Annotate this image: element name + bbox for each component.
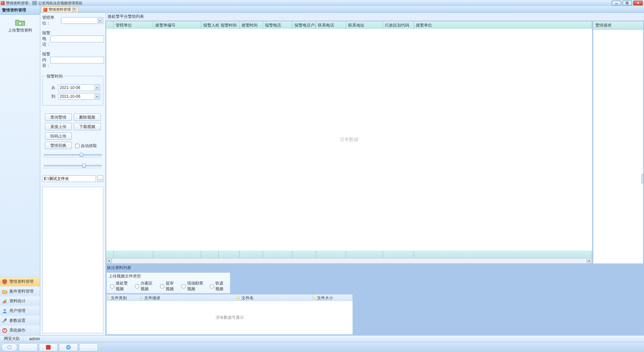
nav-label: 参数设置: [9, 318, 25, 323]
radio-interrogation[interactable]: 提审视频: [160, 280, 177, 292]
query-alert-button[interactable]: 查询警情: [45, 114, 72, 121]
tab-close-button[interactable]: ✕: [72, 8, 76, 12]
unit-combo[interactable]: ▾: [61, 17, 103, 24]
alarm-content-input[interactable]: [50, 57, 104, 63]
alert-desc-panel: 警情描述: [593, 21, 643, 264]
alarm-phone-input[interactable]: [50, 36, 104, 42]
svg-rect-8: [5, 299, 6, 303]
close-button[interactable]: [633, 1, 643, 5]
col-region-code[interactable]: 行政区划代码: [383, 21, 414, 29]
chevron-down-icon: ▾: [98, 18, 102, 23]
alert-grid: 管辖单位 接警单编号 报警人姓名 报警时间 接警时间 报警电话 报警电话户主 联…: [106, 21, 592, 264]
preview-box: [42, 187, 103, 333]
switch-alert-button[interactable]: 警情切换: [45, 142, 72, 149]
fcol-desc[interactable]: 文件描述: [140, 295, 237, 301]
download-video-button[interactable]: 下载视频: [74, 123, 101, 130]
nav-item-alert-data[interactable]: 警情资料管理: [0, 277, 40, 287]
wrench-icon: [2, 318, 7, 323]
scroll-right-icon[interactable]: ▸: [587, 259, 592, 263]
slider-1[interactable]: [44, 153, 102, 159]
nav-item-case-data[interactable]: 案件资料管理: [0, 287, 40, 296]
title-left: 警情资料管理: [6, 1, 28, 6]
nav-item-statistics[interactable]: 资料统计: [0, 296, 40, 306]
window-titlebar: 警情资料管理 - 公安局执法音视频管理系统: [0, 0, 644, 6]
search-form-panel: 管辖单位： ▾ 报警电话： 报警内容： 报警时间 从 2021-10-06▾: [40, 13, 106, 335]
auto-capture-checkbox[interactable]: [75, 144, 79, 148]
tab-alert-data[interactable]: 警情资料管理 ✕: [41, 6, 78, 12]
nav-label: 系统操作: [9, 327, 25, 333]
status-bar: 网安大队 admin: [0, 335, 644, 342]
bottom-area: 执法资料列表 上传视频文件类型 接处警视频 办案区视频 提审视频 现场勘查视频 …: [106, 264, 644, 335]
taskbar-item-2[interactable]: [39, 343, 58, 351]
status-user: admin: [26, 337, 43, 341]
nav-label: 资料统计: [9, 298, 25, 304]
taskbar-item-4[interactable]: [79, 343, 98, 351]
col-reporter[interactable]: 报警人姓名: [201, 21, 219, 29]
radio-scene[interactable]: 现场勘查视频: [181, 280, 205, 292]
taskbar-item-1[interactable]: [19, 343, 38, 351]
svg-rect-5: [19, 22, 21, 25]
col-report-time[interactable]: 报警时间: [219, 21, 239, 29]
radio-reception[interactable]: 接处警视频: [110, 280, 130, 292]
col-phone[interactable]: 报警电话: [263, 21, 292, 29]
phone-label: 报警电话：: [42, 30, 50, 47]
file-list-body: 没有数据可显示: [106, 301, 353, 335]
fcol-type[interactable]: 文件类别: [107, 295, 140, 301]
col-contact-phone[interactable]: 联系电话: [316, 21, 346, 29]
alert-grid-header: 管辖单位 接警单编号 报警人姓名 报警时间 接警时间 报警电话 报警电话户主 联…: [106, 21, 592, 29]
path-input[interactable]: [42, 175, 96, 182]
col-receipt-no[interactable]: 接警单编号: [153, 21, 201, 29]
nav-item-user-mgmt[interactable]: 用户管理: [0, 306, 40, 316]
folder-icon: [2, 289, 7, 294]
fcol-size[interactable]: 文件大小: [313, 295, 353, 301]
auto-capture-row: 自动抓取: [74, 142, 101, 149]
maximize-button[interactable]: [623, 1, 632, 5]
right-splitter-handle[interactable]: [641, 174, 643, 183]
radio-track[interactable]: 轨迹视频: [210, 280, 227, 292]
delete-video-button[interactable]: 删除视频: [74, 114, 101, 121]
chevron-down-icon: ▾: [95, 85, 99, 90]
minimize-button[interactable]: [612, 1, 621, 5]
power-icon: [2, 328, 7, 333]
browse-path-button[interactable]: …: [97, 175, 103, 182]
date-to-picker[interactable]: 2021-10-06▾: [58, 93, 100, 100]
col-unit[interactable]: 管辖单位: [114, 21, 153, 29]
direct-upload-button[interactable]: 直接上传: [45, 123, 72, 130]
upload-type-title: 上传视频文件类型: [107, 273, 230, 280]
taskbar-item-3[interactable]: [59, 343, 78, 351]
svg-rect-7: [4, 300, 5, 303]
alert-grid-hscroll[interactable]: ◂ ▸: [106, 258, 592, 263]
date-to-label: 到: [45, 94, 55, 99]
tab-title: 警情资料管理: [49, 7, 71, 12]
nav-label: 用户管理: [9, 308, 25, 314]
chevron-down-icon: ▾: [95, 94, 99, 99]
upload-type-group: 上传视频文件类型 接处警视频 办案区视频 提审视频 现场勘查视频 轨迹视频: [106, 272, 230, 294]
date-from-picker[interactable]: 2021-10-06▾: [58, 84, 100, 91]
left-nav-pane: 警情资料管理 上传警情资料 警情资料管理 案件资料管理 资料统计 用户管理: [0, 6, 40, 335]
col-phone-owner[interactable]: 报警电话户主: [292, 21, 316, 29]
nav-item-system[interactable]: 系统操作: [0, 325, 40, 335]
col-receive-unit[interactable]: 接警单位: [414, 21, 592, 29]
os-taskbar: [0, 342, 644, 352]
status-org: 网安大队: [1, 336, 23, 342]
svg-rect-6: [3, 301, 4, 303]
col-receive-time[interactable]: 接警时间: [239, 21, 263, 29]
alert-desc-header: 警情描述: [593, 21, 643, 30]
enforcement-list-title: 执法资料列表: [106, 264, 643, 272]
tab-shield-icon: [43, 8, 47, 12]
scroll-left-icon[interactable]: ◂: [106, 259, 112, 263]
radio-casearea[interactable]: 办案区视频: [135, 280, 155, 292]
upload-folder-icon[interactable]: [15, 18, 25, 26]
transcode-upload-button[interactable]: 转码上传: [45, 132, 72, 140]
upload-alert-data-label[interactable]: 上传警情资料: [8, 28, 32, 33]
empty-text: 没有数据: [340, 137, 359, 143]
auto-capture-label: 自动抓取: [81, 143, 97, 149]
fcol-name[interactable]: 文件名: [237, 295, 313, 301]
svg-point-9: [4, 309, 6, 311]
content-label: 报警内容：: [42, 51, 50, 69]
col-contact-addr[interactable]: 联系地址: [346, 21, 383, 29]
slider-2[interactable]: [44, 164, 102, 169]
title-separator: [32, 1, 37, 5]
start-button[interactable]: [1, 343, 17, 351]
nav-item-params[interactable]: 参数设置: [0, 316, 40, 325]
